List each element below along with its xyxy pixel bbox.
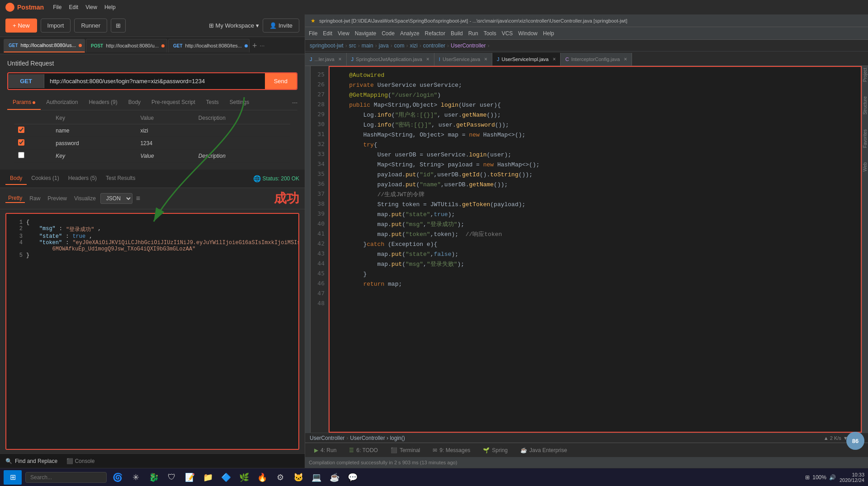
bc-com[interactable]: com [394,42,405,49]
close-tab-4[interactable]: × [552,56,556,62]
taskbar-icon-10[interactable]: ⚙ [273,470,288,485]
start-button[interactable]: ⊞ [4,470,22,485]
param-value-empty[interactable]: Value [137,150,194,162]
taskbar-search[interactable] [25,472,107,483]
param-check-empty[interactable] [18,152,24,158]
more-tabs-button[interactable]: ··· [260,42,265,49]
layout-button[interactable]: ⊞ [111,19,126,33]
bottom-tab-run[interactable]: ▶ 4: Run [309,445,342,456]
editor-tab-3[interactable]: I UserService.java × [434,53,492,66]
system-clock[interactable]: 10:33 2020/12/24 [840,472,864,483]
editor-tab-2[interactable]: J SpringbootJwtApplication.java × [347,53,434,66]
menu-help-ij[interactable]: Help [543,30,554,37]
req-tab-params[interactable]: Params [7,95,41,110]
bottom-tab-terminal[interactable]: ⬛ Terminal [385,445,425,456]
bottom-tab-spring[interactable]: 🌱 Spring [477,445,513,456]
req-tab-tests[interactable]: Tests [201,95,224,110]
menu-file-ij[interactable]: File [309,30,317,37]
menu-navigate-ij[interactable]: Navigate [355,30,376,37]
taskbar-icon-9[interactable]: 🔥 [255,470,269,485]
hide-params-btn[interactable]: --- [292,99,297,106]
taskbar-icon-14[interactable]: 💬 [345,470,360,485]
menu-help[interactable]: Help [104,4,116,10]
req-tab-settings[interactable]: Settings [224,95,255,110]
import-button[interactable]: Import [41,19,71,33]
invite-button[interactable]: 👤 Invite [263,19,299,33]
req-tab-body[interactable]: Body [123,95,146,110]
workspace-button[interactable]: ⊞ My Workspace ▾ [209,22,259,29]
url-input[interactable] [44,73,265,89]
tab-get-2[interactable]: GET http://localhost:8080/tes... [168,39,250,52]
editor-tab-5[interactable]: C InterceptorConfig.java × [561,53,632,66]
add-tab-button[interactable]: + [252,42,257,50]
menu-view[interactable]: View [85,4,97,10]
bottom-tab-messages[interactable]: ✉ 9: Messages [427,445,476,456]
menu-refactor-ij[interactable]: Refactor [425,30,445,37]
format-icon-btn[interactable]: ≡ [136,194,140,203]
req-tab-prerequest[interactable]: Pre-request Script [146,95,201,110]
resp-tab-headers[interactable]: Headers (5) [64,172,101,185]
bc-main[interactable]: main [362,42,373,49]
taskbar-icon-3[interactable]: 🐉 [146,470,161,485]
menu-analyze-ij[interactable]: Analyze [400,30,420,37]
menu-edit-ij[interactable]: Edit [323,30,332,37]
menu-view-ij[interactable]: View [338,30,349,37]
tab-get-1[interactable]: GET http://localhost:8080/us... [4,39,85,52]
favorites-label[interactable]: Favorites [863,129,868,148]
tray-speaker-icon[interactable]: 🔊 [829,474,836,481]
editor-tab-4[interactable]: J UserServiceImpl.java × [492,53,561,66]
param-key-empty[interactable]: Key [52,150,137,162]
bc-src[interactable]: src [349,42,356,49]
param-check-password[interactable] [18,139,24,146]
bc-project[interactable]: springboot-jwt [310,42,344,49]
menu-window-ij[interactable]: Window [518,30,538,37]
tab-post-1[interactable]: POST http://localhost:8080/u... [86,39,167,52]
resp-tab-cookies[interactable]: Cookies (1) [27,172,63,185]
bc-xizi[interactable]: xizi [410,42,417,49]
taskbar-icon-1[interactable]: 🌀 [110,470,125,485]
taskbar-icon-8[interactable]: 🌿 [237,470,251,485]
project-label[interactable]: Project [863,68,868,82]
format-preview[interactable]: Preview [45,194,70,203]
bottom-tab-java-enterprise[interactable]: ☕ Java Enterprise [515,445,572,456]
resp-tab-body[interactable]: Body [5,172,27,185]
req-tab-headers[interactable]: Headers (9) [83,95,123,110]
req-tab-authorization[interactable]: Authorization [41,95,83,110]
taskbar-icon-5[interactable]: 📝 [183,470,197,485]
close-tab-1[interactable]: × [339,56,342,62]
taskbar-icon-12[interactable]: 💻 [309,470,324,485]
format-visualize[interactable]: Visualize [71,194,99,203]
new-button[interactable]: + New [5,19,37,33]
find-replace-label[interactable]: Find and Replace [15,458,57,464]
send-button[interactable]: Send [265,73,297,89]
bc-controller[interactable]: controller [423,42,445,49]
console-button[interactable]: ⬛ Console [66,458,94,464]
bottom-tab-todo[interactable]: ☰ 6: TODO [344,445,383,456]
bc-current[interactable]: UserController [451,42,486,49]
format-raw[interactable]: Raw [27,194,43,203]
taskbar-icon-13[interactable]: ☕ [327,470,342,485]
runner-button[interactable]: Runner [74,19,107,33]
menu-vcs-ij[interactable]: VCS [502,30,513,37]
resp-tab-tests[interactable]: Test Results [101,172,140,185]
method-select[interactable]: GET POST PUT DELETE [8,74,44,88]
bc-java[interactable]: java [379,42,389,49]
code-bc-controller[interactable]: UserController [310,435,344,441]
menu-run-ij[interactable]: Run [468,30,478,37]
format-type-select[interactable]: JSON XML Text [100,193,132,204]
code-bc-method[interactable]: UserController › login() [350,435,405,441]
editor-tab-1[interactable]: J ...ler.java × [305,53,347,66]
taskbar-icon-6[interactable]: 📁 [201,470,215,485]
menu-tools-ij[interactable]: Tools [484,30,496,37]
param-check-name[interactable] [18,127,24,133]
web-label[interactable]: Web [863,162,868,171]
tray-grid-icon[interactable]: ⊞ [805,474,810,481]
format-pretty[interactable]: Pretty [5,194,25,203]
menu-build-ij[interactable]: Build [451,30,463,37]
close-tab-2[interactable]: × [426,56,429,62]
menu-edit[interactable]: Edit [69,4,78,10]
taskbar-icon-2[interactable]: ✳ [128,470,143,485]
structure-label[interactable]: Structure [863,96,868,115]
taskbar-icon-4[interactable]: 🛡 [165,470,179,485]
menu-file[interactable]: File [53,4,61,10]
